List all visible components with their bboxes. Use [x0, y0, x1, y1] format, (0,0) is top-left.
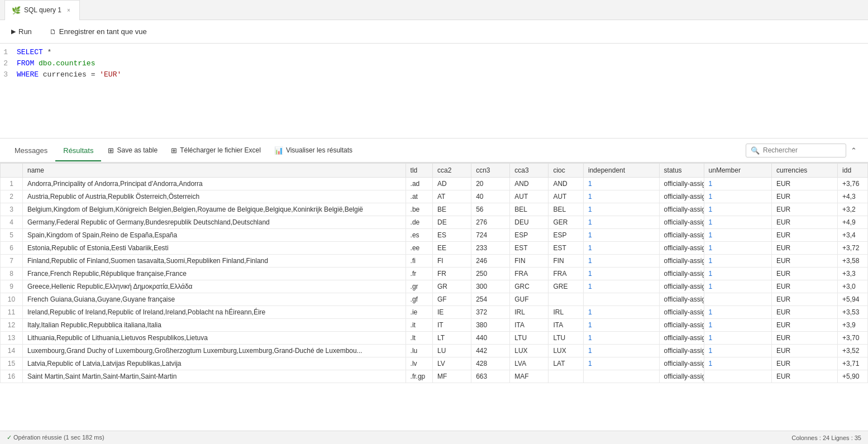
status-text: Opération réussie (1 sec 182 ms) [13, 434, 104, 441]
save-table-label: Save as table [117, 146, 158, 154]
col-cca3[interactable]: cca3 [510, 164, 549, 178]
col-cioc[interactable]: cioc [549, 164, 584, 178]
status-bar: ✓ Opération réussie (1 sec 182 ms) Colon… [0, 431, 868, 444]
tab-resultats[interactable]: Résultats [55, 141, 101, 161]
results-table-container[interactable]: name tld cca2 ccn3 cca3 cioc independent… [0, 163, 868, 431]
table-row: 8France,French Republic,République franç… [1, 268, 868, 280]
download-icon: ⊞ [171, 146, 177, 155]
table-row: 11Ireland,Republic of Ireland,Republic o… [1, 306, 868, 319]
table-row: 6Estonia,Republic of Estonia,Eesti Vabar… [1, 242, 868, 255]
save-view-button[interactable]: 🗋 Enregistrer en tant que vue [45, 25, 151, 38]
col-name[interactable]: name [23, 164, 406, 178]
tab-messages[interactable]: Messages [7, 141, 55, 161]
table-row: 3Belgium,Kingdom of Belgium,Königreich B… [1, 203, 868, 216]
save-as-table-button[interactable]: ⊞ Save as table [101, 143, 164, 158]
status-info: Colonnes : 24 Lignes : 35 [791, 435, 861, 441]
tab-label: SQL query 1 [24, 6, 61, 14]
download-excel-button[interactable]: ⊞ Télécharger le fichier Excel [164, 143, 268, 158]
col-cca2[interactable]: cca2 [433, 164, 471, 178]
run-label: Run [18, 27, 32, 36]
table-row: 2Austria,Republic of Austria,Republik Ös… [1, 190, 868, 203]
visualize-label: Visualiser les résultats [286, 146, 352, 154]
table-row: 14Luxembourg,Grand Duchy of Luxembourg,G… [1, 345, 868, 357]
table-row: 10French Guiana,Guiana,Guyane,Guyane fra… [1, 293, 868, 306]
table-row: 16Saint Martin,Saint Martin,Saint-Martin… [1, 370, 868, 383]
table-row: 15Latvia,Republic of Latvia,Latvijas Rep… [1, 357, 868, 370]
save-table-icon: ⊞ [108, 146, 114, 155]
table-row: 13Lithuania,Republic of Lithuania,Lietuv… [1, 332, 868, 345]
col-rownum [1, 164, 23, 178]
save-view-icon: 🗋 [50, 28, 56, 36]
run-button[interactable]: ▶ Run [7, 25, 36, 38]
table-row: 4Germany,Federal Republic of Germany,Bun… [1, 216, 868, 229]
status-icon: ✓ [7, 434, 12, 441]
results-panel: Messages Résultats ⊞ Save as table ⊞ Tél… [0, 139, 868, 431]
search-box[interactable]: 🔍 [746, 144, 846, 157]
table-row: 7Finland,Republic of Finland,Suomen tasa… [1, 255, 868, 268]
col-status[interactable]: status [659, 164, 704, 178]
visualize-icon: 📊 [274, 146, 283, 155]
col-ccn3[interactable]: ccn3 [471, 164, 510, 178]
code-editor[interactable]: 1SELECT *2FROM dbo.countries3WHERE curre… [0, 44, 868, 139]
table-row: 5Spain,Kingdom of Spain,Reino de España,… [1, 229, 868, 242]
table-row: 1Andorra,Principality of Andorra,Princip… [1, 178, 868, 190]
col-currencies[interactable]: currencies [771, 164, 837, 178]
sql-icon: 🌿 [12, 6, 21, 15]
visualize-button[interactable]: 📊 Visualiser les résultats [268, 143, 359, 158]
tab-close-button[interactable]: × [65, 6, 73, 15]
col-idd[interactable]: idd [838, 164, 868, 178]
tab-bar: 🌿 SQL query 1 × [0, 0, 868, 20]
table-header-row: name tld cca2 ccn3 cca3 cioc independent… [1, 164, 868, 178]
download-label: Télécharger le fichier Excel [180, 146, 261, 154]
status-message: ✓ Opération réussie (1 sec 182 ms) [7, 434, 104, 441]
col-tld[interactable]: tld [406, 164, 432, 178]
results-table: name tld cca2 ccn3 cca3 cioc independent… [0, 163, 868, 383]
table-row: 9Greece,Hellenic Republic,Ελληνική Δημοκ… [1, 280, 868, 293]
search-input[interactable] [763, 146, 841, 154]
run-icon: ▶ [11, 28, 16, 35]
col-independent[interactable]: independent [584, 164, 660, 178]
collapse-button[interactable]: ⌃ [846, 144, 861, 157]
results-toolbar: Messages Résultats ⊞ Save as table ⊞ Tél… [0, 139, 868, 163]
sql-query-tab[interactable]: 🌿 SQL query 1 × [4, 0, 80, 20]
save-view-label: Enregistrer en tant que vue [59, 27, 147, 36]
table-row: 12Italy,Italian Republic,Repubblica ital… [1, 319, 868, 332]
search-icon: 🔍 [751, 146, 760, 155]
main-toolbar: ▶ Run 🗋 Enregistrer en tant que vue [0, 20, 868, 44]
col-unmember[interactable]: unMember [704, 164, 771, 178]
